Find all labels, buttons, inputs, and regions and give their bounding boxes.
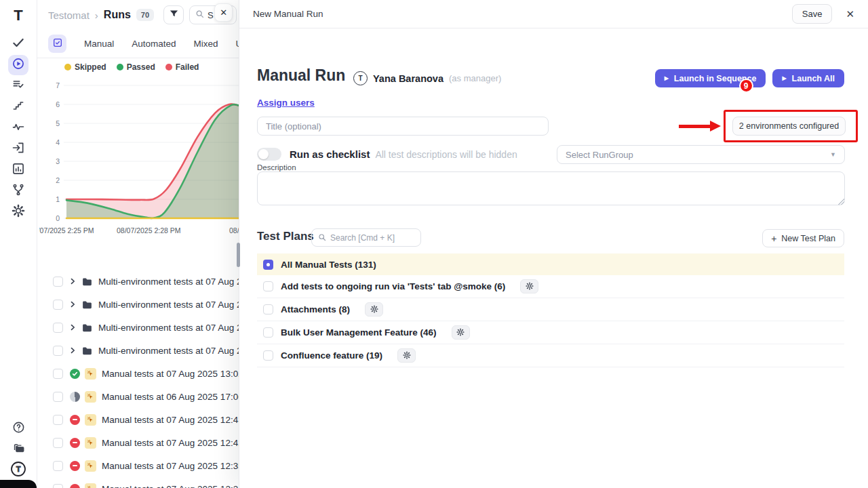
manual-test-icon [85,414,96,426]
run-status-icon [70,415,80,425]
row-checkbox[interactable] [53,392,63,402]
test-plan-label: Add tests to ongoing run via 'Tests' tab… [281,281,505,291]
sidebar-item-account[interactable]: T [8,460,28,481]
save-button[interactable]: Save [792,4,833,24]
row-checkbox[interactable] [53,346,63,356]
sidebar-item-pulse[interactable] [8,118,28,138]
test-plan-row-selected[interactable]: All Manual Tests (131) [257,253,844,275]
run-status-icon [70,484,80,488]
run-title[interactable]: Multi-environment tests at 07 Aug 20 [98,277,247,287]
launch-all-button[interactable]: ▶ Launch All [772,69,844,87]
run-title[interactable]: Manual tests at 07 Aug 2025 13:02 [102,369,243,379]
run-title[interactable]: Manual tests at 07 Aug 2025 12:42 [102,438,243,448]
checkbox[interactable] [263,304,273,314]
sidebar-item-runs[interactable] [8,55,28,75]
launch-actions: ▶ Launch in Sequence ▶ Launch All 9 [655,69,844,87]
filter-button[interactable] [163,5,184,24]
sidebar-item-settings[interactable] [8,202,28,222]
breadcrumb-separator: › [95,9,98,21]
svg-text:1: 1 [56,195,60,203]
search-box: ✕ [189,5,237,24]
test-plan-label: Bulk User Management Feature (46) [281,327,437,338]
annotation-number-badge: 9 [739,79,753,93]
tab-automated[interactable]: Automated [132,39,176,49]
plan-settings-button[interactable] [520,279,538,293]
scrollbar-thumb[interactable] [237,243,240,267]
manual-test-icon [85,460,96,472]
close-icon[interactable]: ✕ [846,8,854,20]
chevron-right-icon[interactable] [68,300,77,308]
gear-icon [403,350,411,362]
row-checkbox[interactable] [53,461,63,471]
test-plan-search-input[interactable] [330,233,412,243]
folder-icon [81,276,93,287]
description-textarea[interactable] [257,171,845,205]
plan-settings-button[interactable] [452,325,470,340]
run-title[interactable]: Multi-environment tests at 07 Aug 20 [98,300,247,310]
test-plan-label: Confluence feature (19) [281,350,382,361]
plus-icon: + [771,233,776,244]
rungroup-select[interactable]: Select RunGroup ▼ [557,145,845,164]
runs-area-chart: 01234567 [39,80,243,224]
tab-manual[interactable]: Manual [84,39,114,49]
environments-button[interactable]: 2 environments configured [732,117,846,136]
run-title-input[interactable] [257,117,549,136]
run-as-checklist-toggle[interactable] [257,148,281,161]
sidebar-item-analytics[interactable] [8,160,28,180]
tab-all-runs[interactable] [48,35,66,53]
search-icon [195,9,204,21]
sidebar-item-milestones[interactable] [8,97,28,117]
run-title[interactable]: Manual tests at 07 Aug 2025 12:43 [102,415,243,425]
manual-test-icon [85,391,96,403]
run-title[interactable]: Manual tests at 07 Aug 2025 12:3 [102,484,238,488]
drawer-header: New Manual Run Save ✕ [239,0,868,28]
plan-settings-button[interactable] [365,302,383,317]
sidebar-item-docs[interactable] [8,439,28,460]
chevron-right-icon[interactable] [68,323,77,331]
row-checkbox[interactable] [53,438,63,448]
run-title-heading: Manual Run [257,66,345,85]
test-plan-row[interactable]: Attachments (8) [257,298,844,321]
run-title[interactable]: Manual tests at 07 Aug 2025 12:35 [102,461,243,471]
run-title[interactable]: Multi-environment tests at 07 Aug 20 [98,323,247,333]
row-checkbox[interactable] [53,484,63,488]
runs-count-badge: 70 [136,9,154,21]
sidebar-item-import[interactable] [8,139,28,159]
sidebar-item-help[interactable] [8,418,28,439]
chevron-right-icon[interactable] [68,277,77,285]
annotation-red-arrow [679,121,721,132]
sidebar-item-tests[interactable] [8,34,28,54]
gear-icon [526,281,534,293]
sidebar-item-test-plans[interactable] [8,76,28,96]
assign-users-link[interactable]: Assign users [257,98,315,108]
plan-settings-button[interactable] [397,348,416,363]
run-title[interactable]: Manual tests at 06 Aug 2025 17:06 [102,392,243,402]
test-plan-label: All Manual Tests (131) [281,260,376,270]
row-checkbox[interactable] [53,415,63,425]
checkbox[interactable] [263,350,273,361]
breadcrumb-current: Runs [104,9,131,21]
sidebar-item-branches[interactable] [8,181,28,201]
row-checkbox[interactable] [53,277,63,287]
checkbox[interactable] [263,327,273,338]
check-icon [12,36,25,52]
test-plan-label: Attachments (8) [281,304,350,314]
test-plan-row[interactable]: Add tests to ongoing run via 'Tests' tab… [257,275,844,298]
tab-mixed[interactable]: Mixed [194,39,218,49]
chevron-right-icon[interactable] [68,346,77,354]
breadcrumb-parent[interactable]: Testomat [48,9,90,21]
new-test-plan-button[interactable]: + New Test Plan [762,229,844,247]
checkbox-checked[interactable] [263,260,273,270]
clear-search-button[interactable]: ✕ [214,3,233,22]
run-title[interactable]: Multi-environment tests at 07 Aug 20 [98,346,247,356]
row-checkbox[interactable] [53,323,63,333]
row-checkbox[interactable] [53,369,63,379]
checkbox[interactable] [263,281,273,291]
branch-icon [12,183,25,199]
steps-icon [12,99,25,115]
app-logo[interactable]: T [14,7,22,24]
row-checkbox[interactable] [53,300,63,310]
test-plan-row[interactable]: Confluence feature (19) [257,344,844,367]
svg-text:7: 7 [56,81,60,89]
test-plan-row[interactable]: Bulk User Management Feature (46) [257,321,844,344]
